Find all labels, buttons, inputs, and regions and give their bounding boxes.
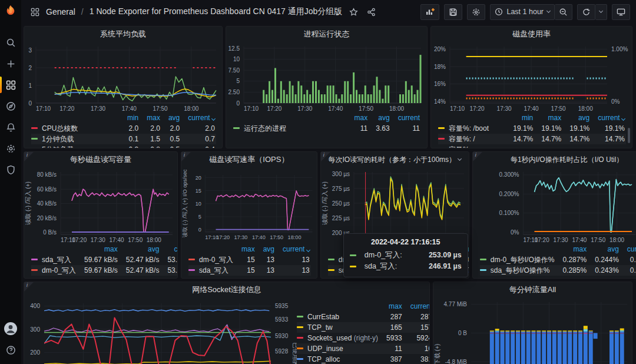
legend-series-label[interactable]: CPU总核数 bbox=[42, 124, 78, 133]
legend-column-avg[interactable]: avg bbox=[413, 244, 453, 254]
panel-header[interactable]: 每分钟流量All bbox=[433, 282, 632, 297]
legend-series-label[interactable]: TCP_tw bbox=[307, 323, 333, 332]
sidebar-item-server-admin[interactable] bbox=[0, 159, 21, 180]
disk-iops-chart[interactable]: 17:1017:2017:3017:4017:5018:0005101520读取… bbox=[181, 167, 317, 244]
dashboard-settings-button[interactable] bbox=[467, 4, 485, 20]
svg-text:18:00: 18:00 bbox=[389, 105, 404, 112]
svg-text:20: 20 bbox=[196, 175, 201, 181]
legend-series-label[interactable]: dm-0_每秒I/O操作% bbox=[491, 256, 555, 264]
panel-info-corner[interactable] bbox=[181, 152, 191, 161]
process-status-chart[interactable]: 17:1017:2017:3017:4017:5018:0002.5057.50… bbox=[226, 42, 427, 112]
legend-series-label[interactable]: 容量%: /boot bbox=[449, 124, 489, 133]
grafana-logo[interactable] bbox=[0, 0, 21, 24]
legend-column-min[interactable]: min bbox=[506, 112, 534, 123]
refresh-interval-dropdown[interactable] bbox=[595, 4, 607, 20]
dashboard-title[interactable]: 1 Node Exporter for Prometheus Dashboard… bbox=[90, 6, 343, 17]
star-icon[interactable] bbox=[347, 5, 360, 18]
sidebar-item-alerting[interactable] bbox=[0, 117, 21, 138]
legend-series-label[interactable]: dm-0_写入 bbox=[199, 256, 233, 264]
legend-column-max[interactable]: max bbox=[77, 244, 119, 254]
sidebar-item-configuration[interactable] bbox=[0, 138, 21, 159]
svg-text:0: 0 bbox=[236, 100, 240, 107]
legend-series-label[interactable]: 容量%: / bbox=[449, 135, 475, 143]
legend-column-avg[interactable]: avg bbox=[562, 112, 591, 123]
legend-series-label[interactable]: 5分钟负载 bbox=[42, 145, 74, 148]
legend-series-label[interactable]: TCP_alloc bbox=[307, 355, 340, 363]
breadcrumb-section[interactable]: General bbox=[46, 7, 75, 16]
sidebar-item-dashboards[interactable] bbox=[0, 74, 21, 95]
panel-header[interactable]: 每秒磁盘读写容量 bbox=[24, 152, 177, 167]
legend-column-min[interactable]: min bbox=[120, 112, 140, 123]
legend-column-avg[interactable]: avg bbox=[256, 244, 276, 254]
legend-series-label[interactable]: CurrEstab bbox=[307, 313, 339, 321]
legend-column-current[interactable]: current bbox=[391, 112, 421, 123]
panel-header[interactable]: 进程运行状态 bbox=[226, 27, 427, 42]
legend-row: Sockets_used (right-y)59335924 bbox=[297, 333, 429, 343]
zoom-out-button[interactable] bbox=[555, 4, 572, 20]
legend-column-current[interactable]: current bbox=[160, 244, 177, 254]
legend-scrollbar[interactable] bbox=[628, 128, 630, 143]
system-load-chart[interactable]: 17:1017:2017:3017:4017:5018:000123 bbox=[24, 42, 222, 112]
legend-value: 15 bbox=[234, 254, 256, 265]
svg-text:15: 15 bbox=[196, 188, 201, 194]
panel-info-corner[interactable] bbox=[473, 152, 482, 161]
legend-series-label[interactable]: 容量%: bbox=[449, 145, 471, 148]
legend-series-label[interactable]: UDP_inuse bbox=[307, 345, 343, 353]
legend-column-current[interactable]: current bbox=[181, 112, 216, 123]
legend-series-label[interactable]: sda_写入 bbox=[199, 266, 228, 274]
io-util-chart[interactable]: 17:1017:2017:3017:4017:5018:000%0.100%0.… bbox=[473, 167, 636, 244]
legend-column-max[interactable]: max bbox=[234, 244, 256, 254]
legend-column-current[interactable]: current bbox=[276, 244, 311, 254]
time-range-picker[interactable]: Last 1 hour bbox=[490, 4, 555, 20]
legend-column-max[interactable]: max bbox=[347, 112, 369, 123]
traffic-per-minute-chart[interactable]: 4.77 MiB0 B-4.8 MiB上传 (-) /下载 (+) bbox=[433, 297, 632, 364]
sort-chevron-icon bbox=[211, 117, 216, 121]
legend-column-avg[interactable]: avg bbox=[588, 244, 620, 254]
legend-series-label[interactable]: 1分钟负载 bbox=[42, 135, 74, 143]
panel-header[interactable]: 网络Socket连接信息 bbox=[24, 282, 429, 297]
sidebar-item-explore[interactable] bbox=[0, 95, 21, 117]
legend-column-current[interactable]: current bbox=[620, 244, 636, 254]
legend-column-current[interactable]: current bbox=[591, 112, 626, 123]
io-latency-chart[interactable]: 17:1017:2017:3017:4017:5018:00200 µs225 … bbox=[321, 167, 469, 244]
kiosk-mode-button[interactable] bbox=[612, 4, 630, 20]
disk-rw-bytes-chart[interactable]: 17:1017:2017:3017:4017:5018:000 B/s20 kB… bbox=[24, 167, 177, 244]
sidebar-item-search[interactable] bbox=[0, 32, 21, 53]
legend-column-max[interactable]: max bbox=[374, 244, 413, 254]
share-icon[interactable] bbox=[365, 5, 377, 18]
legend-column-avg[interactable]: avg bbox=[161, 112, 181, 123]
panel-header[interactable]: 磁盘读写速率（IOPS） bbox=[181, 152, 317, 167]
legend-series-label[interactable]: sda_每秒I/O操作% bbox=[491, 266, 550, 274]
legend-column-current[interactable]: current bbox=[453, 244, 469, 254]
legend-series-label[interactable]: dm-0_写入 bbox=[339, 256, 373, 264]
legend-series-label[interactable]: Sockets_used bbox=[307, 334, 352, 342]
save-dashboard-button[interactable] bbox=[444, 4, 462, 20]
panel-info-corner[interactable] bbox=[24, 282, 34, 292]
panel-info-corner[interactable] bbox=[24, 152, 34, 161]
panel-info-corner[interactable] bbox=[321, 152, 330, 161]
refresh-button[interactable] bbox=[577, 4, 595, 20]
dashboards-grid-icon[interactable] bbox=[28, 5, 41, 18]
add-panel-button[interactable] bbox=[420, 4, 439, 20]
legend-column-max[interactable]: max bbox=[140, 112, 161, 123]
panel-header[interactable]: 每1秒内I/O操作耗时占比（I/O Util） bbox=[473, 152, 636, 167]
legend-series-label[interactable]: sda_写入 bbox=[339, 266, 368, 274]
legend-column-max[interactable]: max bbox=[534, 112, 562, 123]
disk-usage-chart[interactable]: 17:1017:2017:3017:4017:5018:0014%16%18%2… bbox=[431, 42, 632, 112]
legend-column-max[interactable]: max bbox=[555, 244, 588, 254]
legend-series-label[interactable]: sda_写入 bbox=[42, 256, 71, 264]
legend-series-label[interactable]: 运行态的进程 bbox=[244, 124, 286, 133]
panel-header[interactable]: 磁盘使用率 bbox=[431, 27, 632, 42]
network-sockets-chart[interactable]: 2003004005935593359305928已使用的所有协议 bbox=[24, 297, 297, 364]
panel-header[interactable]: 系统平均负载 bbox=[24, 27, 222, 42]
plus-icon bbox=[6, 59, 16, 69]
sidebar-item-help[interactable] bbox=[0, 339, 21, 360]
sidebar-item-create[interactable] bbox=[0, 53, 21, 74]
legend-series-label[interactable]: dm-0_写入 bbox=[42, 266, 76, 274]
legend-column-current[interactable]: current bbox=[403, 301, 429, 312]
legend-column-avg[interactable]: avg bbox=[369, 112, 390, 123]
sidebar-item-profile[interactable] bbox=[0, 318, 21, 339]
panel-header[interactable]: 每次IO读写的耗时（参考：小于100ms） bbox=[321, 152, 469, 167]
legend-column-max[interactable]: max bbox=[379, 301, 403, 312]
legend-column-avg[interactable]: avg bbox=[119, 244, 161, 254]
